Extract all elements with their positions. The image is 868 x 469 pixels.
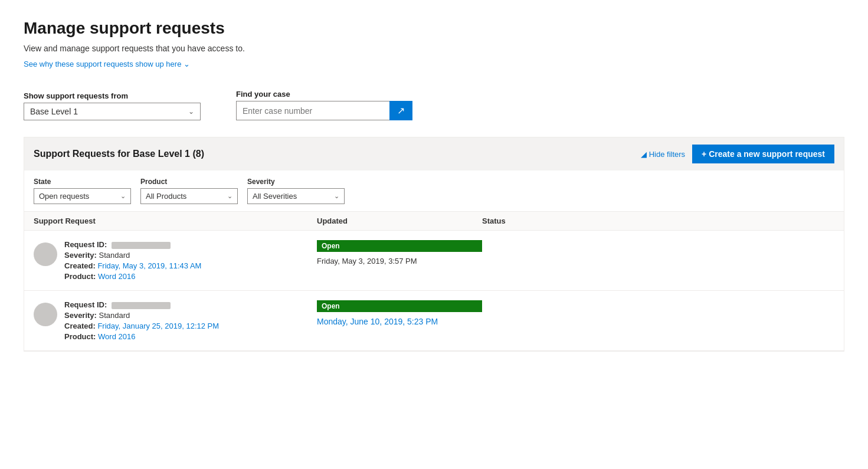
request-id-value (112, 302, 171, 309)
panel-title: Support Requests for Base Level 1 (8) (34, 149, 204, 159)
product-line: Product: Word 2016 (64, 332, 219, 341)
request-info: Request ID: Severity: Standard Created: … (64, 240, 201, 281)
chevron-down-icon: ⌄ (188, 107, 194, 116)
updated-date[interactable]: Monday, June 10, 2019, 5:23 PM (317, 317, 482, 326)
created-label: Created: (64, 261, 96, 270)
chevron-down-icon: ⌄ (334, 192, 339, 200)
table-rows: Request ID: Severity: Standard Created: … (24, 231, 844, 351)
created-line: Created: Friday, May 3, 2019, 11:43 AM (64, 261, 201, 270)
col-support-request: Support Request (34, 217, 317, 225)
col-status: Status (482, 217, 834, 225)
status-badge: Open (317, 240, 482, 252)
status-badge: Open (317, 300, 482, 312)
show-from-dropdown[interactable]: Base Level 1 ⌄ (24, 103, 201, 120)
create-support-request-button[interactable]: + Create a new support request (692, 145, 834, 163)
updated-date: Friday, May 3, 2019, 3:57 PM (317, 257, 482, 265)
created-line: Created: Friday, January 25, 2019, 12:12… (64, 322, 219, 330)
avatar (34, 242, 57, 266)
show-from-group: Show support requests from Base Level 1 … (24, 91, 201, 120)
severity-line: Severity: Standard (64, 311, 219, 320)
chevron-down-icon: ⌄ (120, 192, 126, 200)
table-row[interactable]: Request ID: Severity: Standard Created: … (24, 291, 844, 351)
product-value[interactable]: Word 2016 (98, 332, 135, 341)
table-row[interactable]: Request ID: Severity: Standard Created: … (24, 231, 844, 291)
severity-label: Severity: (64, 311, 97, 320)
severity-dropdown[interactable]: All Severities ⌄ (247, 188, 345, 204)
severity-value: Standard (99, 251, 130, 260)
panel-header-actions: ◢ Hide filters + Create a new support re… (641, 145, 834, 163)
product-dropdown-value: All Products (146, 192, 186, 201)
product-label: Product: (64, 272, 96, 281)
severity-line: Severity: Standard (64, 251, 201, 260)
page-subtitle: View and manage support requests that yo… (24, 44, 844, 53)
external-link-icon: ↗ (397, 105, 405, 116)
filter-bar: State Open requests ⌄ Product All Produc… (24, 170, 844, 212)
table-header: Support Request Updated Status (24, 212, 844, 231)
request-details-cell: Request ID: Severity: Standard Created: … (34, 240, 317, 281)
find-case-row: ↗ (236, 101, 412, 120)
request-info: Request ID: Severity: Standard Created: … (64, 300, 219, 341)
state-dropdown-value: Open requests (39, 192, 89, 201)
case-number-input[interactable] (236, 101, 389, 120)
filter-icon: ◢ (641, 150, 647, 159)
created-label: Created: (64, 322, 96, 330)
find-case-label: Find your case (236, 90, 412, 99)
product-label: Product: (64, 332, 96, 341)
hide-filters-label: Hide filters (649, 150, 685, 159)
hide-filters-button[interactable]: ◢ Hide filters (641, 150, 685, 159)
created-value[interactable]: Friday, May 3, 2019, 11:43 AM (97, 261, 201, 270)
panel-header: Support Requests for Base Level 1 (8) ◢ … (24, 137, 844, 170)
top-filters-row: Show support requests from Base Level 1 … (24, 90, 844, 120)
chevron-down-icon: ⌄ (227, 192, 232, 200)
request-id-line: Request ID: (64, 300, 219, 309)
request-id-label: Request ID: (64, 240, 107, 249)
severity-value: Standard (99, 311, 130, 320)
state-filter-label: State (34, 178, 131, 186)
severity-filter-label: Severity (247, 178, 345, 186)
updated-cell: Open Monday, June 10, 2019, 5:23 PM (317, 300, 482, 326)
product-filter: Product All Products ⌄ (140, 178, 238, 204)
product-filter-label: Product (140, 178, 238, 186)
chevron-down-icon: ⌄ (184, 60, 190, 68)
product-line: Product: Word 2016 (64, 272, 201, 281)
request-id-label: Request ID: (64, 300, 107, 309)
request-id-line: Request ID: (64, 240, 201, 249)
severity-filter: Severity All Severities ⌄ (247, 178, 345, 204)
severity-label: Severity: (64, 251, 97, 260)
created-value[interactable]: Friday, January 25, 2019, 12:12 PM (97, 322, 219, 330)
requests-panel: Support Requests for Base Level 1 (8) ◢ … (24, 137, 844, 352)
col-updated: Updated (317, 217, 482, 225)
product-value[interactable]: Word 2016 (98, 272, 135, 281)
request-id-value (112, 242, 171, 249)
show-from-label: Show support requests from (24, 91, 201, 100)
severity-dropdown-value: All Severities (253, 192, 297, 201)
why-link-text: See why these support requests show up h… (24, 60, 181, 68)
page-title: Manage support requests (24, 19, 844, 38)
find-case-button[interactable]: ↗ (389, 101, 412, 120)
updated-cell: Open Friday, May 3, 2019, 3:57 PM (317, 240, 482, 265)
show-from-value: Base Level 1 (30, 107, 78, 116)
state-dropdown[interactable]: Open requests ⌄ (34, 188, 131, 204)
avatar (34, 303, 57, 326)
state-filter: State Open requests ⌄ (34, 178, 131, 204)
why-link[interactable]: See why these support requests show up h… (24, 60, 190, 68)
request-details-cell: Request ID: Severity: Standard Created: … (34, 300, 317, 341)
find-case-group: Find your case ↗ (236, 90, 412, 120)
product-dropdown[interactable]: All Products ⌄ (140, 188, 238, 204)
